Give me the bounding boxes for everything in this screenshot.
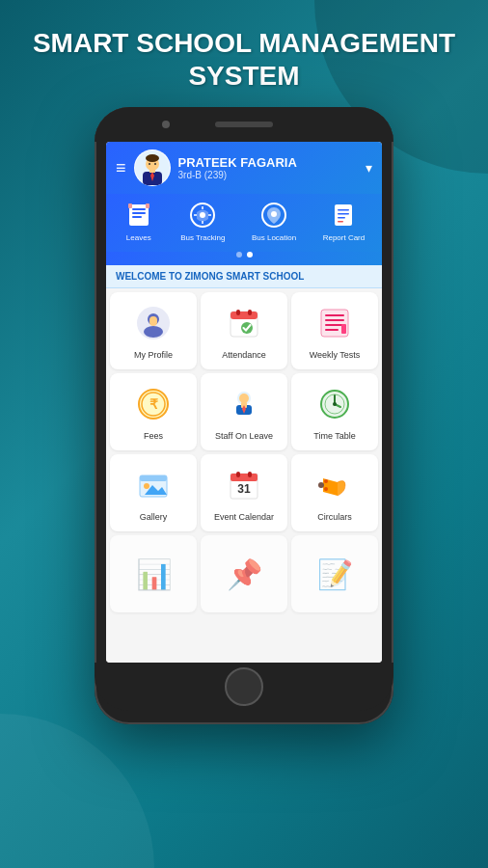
svg-rect-20 <box>338 213 349 215</box>
home-button[interactable] <box>225 667 263 706</box>
svg-rect-9 <box>132 208 146 210</box>
phone-screen: ≡ <box>106 142 382 663</box>
grid-item-fees[interactable]: ₹ Fees <box>110 373 197 450</box>
svg-rect-56 <box>236 472 240 477</box>
user-info: PRATEEK FAGARIA 3rd-B (239) <box>178 155 358 181</box>
fees-icon: ₹ <box>137 388 170 427</box>
svg-rect-22 <box>338 221 343 223</box>
svg-point-6 <box>149 163 150 165</box>
grid-item-staff-on-leave[interactable]: Staff On Leave <box>201 373 287 450</box>
app-title: SMART SCHOOL MANAGEMENT SYSTEM <box>33 27 455 92</box>
menu-icon[interactable]: ≡ <box>116 158 126 178</box>
grid-item-time-table[interactable]: Time Table <box>291 373 378 450</box>
grid-item-my-profile[interactable]: My Profile <box>110 292 197 369</box>
grid-item-extra-1[interactable]: 📊 <box>110 535 197 612</box>
nav-icons-row: Leaves Bus Tracking Bus Location Report … <box>106 194 382 252</box>
time-table-label: Time Table <box>313 431 356 441</box>
leaves-icon <box>123 200 154 231</box>
phone-camera <box>162 121 170 128</box>
svg-point-5 <box>146 154 159 162</box>
welcome-text: WELCOME TO ZIMONG SMART SCHOOL <box>116 271 372 282</box>
grid-item-circulars[interactable]: Circulars <box>291 454 378 531</box>
svg-rect-57 <box>248 472 252 477</box>
svg-rect-13 <box>146 203 149 208</box>
svg-point-52 <box>144 483 149 489</box>
extra-1-icon: 📊 <box>136 557 172 591</box>
svg-rect-21 <box>338 217 345 219</box>
grid-item-attendance[interactable]: Attendance <box>201 292 287 369</box>
svg-rect-34 <box>325 319 344 321</box>
report-card-icon <box>328 200 359 231</box>
svg-rect-18 <box>335 204 352 226</box>
user-name: PRATEEK FAGARIA <box>178 155 358 171</box>
svg-rect-51 <box>140 475 167 481</box>
leaves-label: Leaves <box>126 233 151 242</box>
bus-tracking-label: Bus Tracking <box>180 233 225 242</box>
attendance-icon <box>228 307 260 346</box>
nav-item-bus-location[interactable]: Bus Location <box>252 200 296 242</box>
phone-top-bar <box>95 107 393 142</box>
screen-header: ≡ <box>106 142 382 194</box>
dot-2[interactable] <box>247 252 253 258</box>
phone-bottom-bar <box>95 663 393 711</box>
dots-row <box>106 252 382 265</box>
avatar <box>134 149 171 186</box>
grid-container: My Profile Attendance Weekly Tests <box>106 288 382 663</box>
svg-rect-29 <box>236 310 240 315</box>
grid-item-extra-3[interactable]: 📝 <box>291 535 378 612</box>
svg-rect-33 <box>325 314 344 316</box>
nav-item-bus-tracking[interactable]: Bus Tracking <box>180 200 225 242</box>
svg-point-42 <box>239 393 249 403</box>
dropdown-icon[interactable]: ▾ <box>366 160 372 176</box>
my-profile-icon <box>137 307 170 346</box>
extra-2-icon: 📌 <box>227 557 262 591</box>
event-calendar-label: Event Calendar <box>214 512 274 522</box>
svg-rect-28 <box>230 312 258 319</box>
svg-text:31: 31 <box>237 482 251 496</box>
nav-item-leaves[interactable]: Leaves <box>123 200 154 242</box>
avatar-image <box>135 150 170 185</box>
staff-on-leave-label: Staff On Leave <box>215 431 273 441</box>
attendance-label: Attendance <box>222 350 266 360</box>
svg-rect-8 <box>129 204 149 226</box>
grid-item-event-calendar[interactable]: 31 Event Calendar <box>201 454 287 531</box>
svg-point-15 <box>200 212 205 218</box>
svg-rect-55 <box>230 474 258 481</box>
svg-point-7 <box>154 163 156 165</box>
svg-point-61 <box>324 479 328 483</box>
bus-location-label: Bus Location <box>252 233 296 242</box>
bus-tracking-icon <box>187 200 218 231</box>
svg-rect-37 <box>341 324 346 334</box>
svg-point-17 <box>271 211 277 217</box>
welcome-banner: WELCOME TO ZIMONG SMART SCHOOL <box>106 265 382 288</box>
phone-speaker <box>215 122 273 127</box>
svg-rect-10 <box>132 212 146 214</box>
grid-item-weekly-tests[interactable]: Weekly Tests <box>291 292 378 369</box>
svg-rect-12 <box>128 203 132 208</box>
svg-point-60 <box>318 482 324 488</box>
svg-point-25 <box>144 326 163 338</box>
event-calendar-icon: 31 <box>228 469 260 508</box>
circulars-icon <box>318 469 351 508</box>
gallery-label: Gallery <box>140 512 168 522</box>
gallery-icon <box>137 469 170 508</box>
grid-item-gallery[interactable]: Gallery <box>110 454 197 531</box>
user-class: 3rd-B (239) <box>178 170 358 180</box>
time-table-icon <box>318 388 351 427</box>
svg-rect-19 <box>338 209 349 211</box>
my-profile-label: My Profile <box>134 350 173 360</box>
dot-1[interactable] <box>236 252 242 258</box>
fees-label: Fees <box>144 431 163 441</box>
svg-text:₹: ₹ <box>149 396 158 412</box>
svg-rect-30 <box>248 310 252 315</box>
bus-location-icon <box>258 200 289 231</box>
grid-item-extra-2[interactable]: 📌 <box>201 535 287 612</box>
nav-item-report-card[interactable]: Report Card <box>323 200 366 242</box>
svg-rect-11 <box>132 216 142 218</box>
staff-on-leave-icon <box>228 388 260 427</box>
grid: My Profile Attendance Weekly Tests <box>110 292 378 612</box>
extra-3-icon: 📝 <box>317 557 353 591</box>
weekly-tests-icon <box>318 307 351 346</box>
svg-point-49 <box>333 402 337 406</box>
circulars-label: Circulars <box>317 512 352 522</box>
